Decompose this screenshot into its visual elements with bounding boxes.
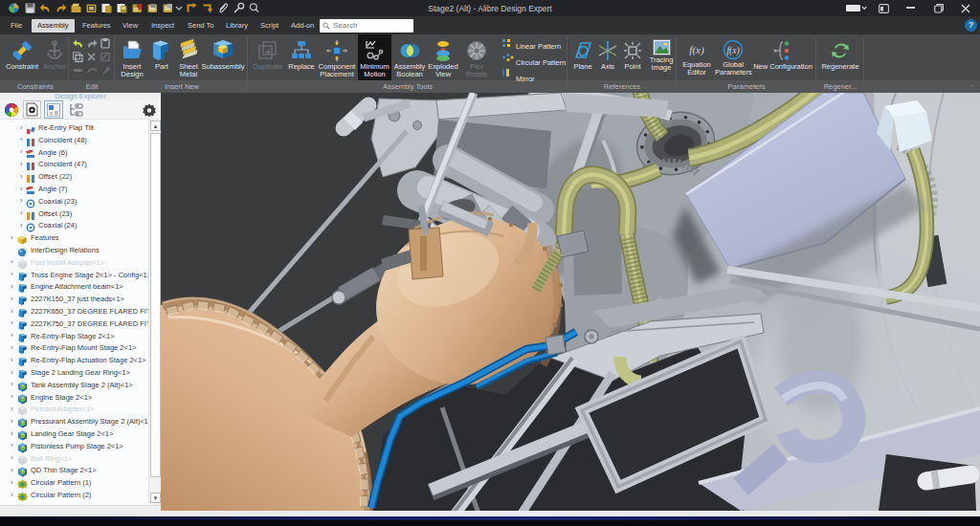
svg-text:f(x): f(x) (689, 44, 704, 56)
svg-text:f(x): f(x) (726, 46, 739, 56)
